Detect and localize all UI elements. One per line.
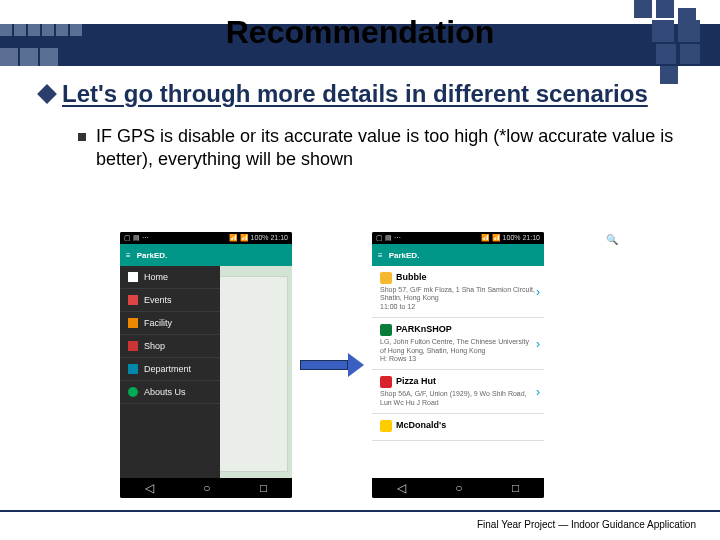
status-bar: ▢ ▤ ⋯📶 📶 100% 21:10 bbox=[372, 232, 544, 244]
diamond-bullet-icon bbox=[37, 84, 57, 104]
chevron-right-icon: › bbox=[536, 385, 540, 399]
android-nav-bar: ◁ ○ □ bbox=[372, 478, 544, 498]
heading-row: Let's go through more details in differe… bbox=[40, 80, 680, 109]
menu-icon: ≡ bbox=[378, 251, 383, 260]
list-item: McDonald's bbox=[372, 414, 544, 441]
square-bullet-icon bbox=[78, 133, 86, 141]
app-bar: ≡ ParkED. 🔍↻ bbox=[120, 244, 292, 266]
home-icon: ○ bbox=[455, 481, 462, 495]
nav-item-facility: Facility bbox=[120, 312, 220, 335]
phone-left: ▢ ▤ ⋯📶 📶 100% 21:10 ≡ ParkED. 🔍↻ Home Ev… bbox=[120, 232, 292, 498]
heading-text: Let's go through more details in differe… bbox=[62, 80, 648, 109]
nav-item-home: Home bbox=[120, 266, 220, 289]
bullet-text: IF GPS is disable or its accurate value … bbox=[96, 125, 680, 172]
nav-item-department: Department bbox=[120, 358, 220, 381]
menu-icon: ≡ bbox=[126, 251, 131, 260]
chevron-right-icon: › bbox=[536, 285, 540, 299]
back-icon: ◁ bbox=[145, 481, 154, 495]
content-area: Let's go through more details in differe… bbox=[40, 80, 680, 186]
app-bar: ≡ ParkED. bbox=[372, 244, 544, 266]
footer-divider bbox=[0, 510, 720, 512]
chevron-right-icon: › bbox=[536, 337, 540, 351]
nav-item-shop: Shop bbox=[120, 335, 220, 358]
status-bar: ▢ ▤ ⋯📶 📶 100% 21:10 bbox=[120, 232, 292, 244]
nav-drawer: Home Events Facility Shop Department Abo… bbox=[120, 266, 220, 478]
home-icon: ○ bbox=[203, 481, 210, 495]
results-list: Bubble Shop 57, G/F mk Floza, 1 Sha Tin … bbox=[372, 266, 544, 478]
recent-icon: □ bbox=[512, 481, 519, 495]
android-nav-bar: ◁ ○ □ bbox=[120, 478, 292, 498]
nav-item-events: Events bbox=[120, 289, 220, 312]
arrow-icon bbox=[300, 353, 364, 377]
recent-icon: □ bbox=[260, 481, 267, 495]
slide-title: Recommendation bbox=[0, 14, 720, 51]
bullet-row: IF GPS is disable or its accurate value … bbox=[78, 125, 680, 172]
list-item: PARKnSHOP LG, John Fulton Centre, The Ch… bbox=[372, 318, 544, 370]
nav-item-about: Abouts Us bbox=[120, 381, 220, 404]
app-title: ParkED. bbox=[389, 251, 420, 260]
screenshot-row: ▢ ▤ ⋯📶 📶 100% 21:10 ≡ ParkED. 🔍↻ Home Ev… bbox=[120, 232, 640, 498]
phone-right: ▢ ▤ ⋯📶 📶 100% 21:10 ≡ ParkED. Bubble Sho… bbox=[372, 232, 544, 498]
list-item: Pizza Hut Shop 56A, G/F, Union (1929), 9… bbox=[372, 370, 544, 414]
back-icon: ◁ bbox=[397, 481, 406, 495]
app-title: ParkED. bbox=[137, 251, 168, 260]
footer-text: Final Year Project — Indoor Guidance App… bbox=[477, 519, 696, 530]
list-item: Bubble Shop 57, G/F mk Floza, 1 Sha Tin … bbox=[372, 266, 544, 318]
